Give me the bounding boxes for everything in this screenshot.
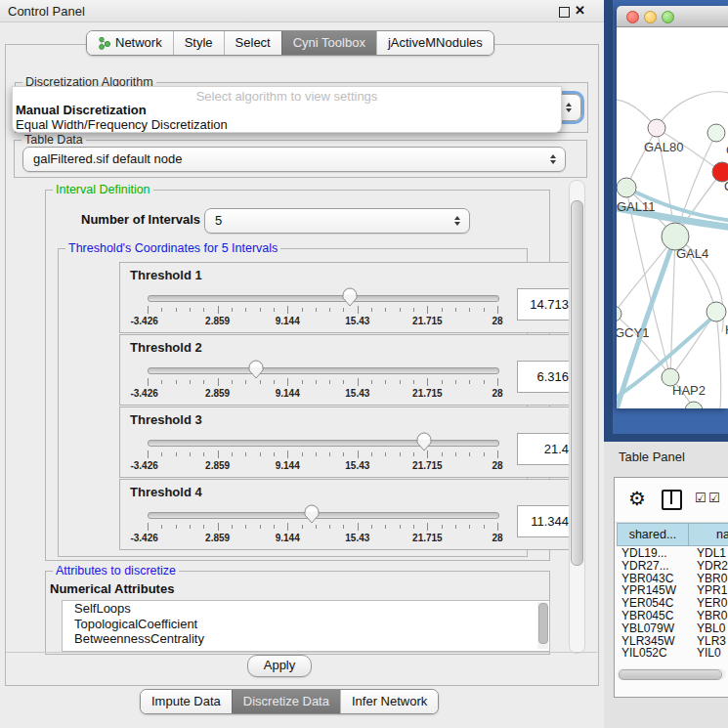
table-data-group: Table Data galFiltered.sif default node	[14, 140, 587, 178]
table-data-combobox[interactable]: galFiltered.sif default node	[22, 147, 566, 172]
attribute-item[interactable]: SelfLoops	[63, 601, 549, 617]
tab-discretize-data[interactable]: Discretize Data	[232, 690, 340, 713]
tick-label: 2.859	[205, 316, 230, 326]
scrollbar-thumb[interactable]	[571, 200, 583, 566]
threshold-slider[interactable]: -3.4262.8599.14415.4321.71528	[148, 407, 497, 477]
threshold-slider[interactable]: -3.4262.8599.14415.4321.71528	[148, 263, 497, 332]
tick-label: -3.426	[130, 316, 157, 326]
threshold-value-field[interactable]: 6.316	[517, 361, 576, 393]
attributes-group: Attributes to discretize Numerical Attri…	[45, 571, 550, 655]
tab-impute-data[interactable]: Impute Data	[141, 690, 232, 713]
interval-definition-title: Interval Definition	[53, 183, 153, 196]
table-row[interactable]: YER054CYER0	[617, 597, 728, 610]
tab-label: Network	[115, 31, 162, 55]
threshold-value-field[interactable]: 14.713	[517, 288, 576, 321]
apply-button[interactable]: Apply	[247, 655, 312, 677]
cell-shared-name: YLR345W	[617, 635, 694, 648]
threshold-value-field[interactable]: 11.344	[517, 505, 576, 537]
tick-label: 21.715	[412, 533, 443, 543]
float-panel-icon[interactable]	[559, 7, 570, 18]
table-panel: ⚙ ☑ ☑ shared... na YDL19...YDL1YDR27...Y…	[614, 477, 728, 698]
network-canvas[interactable]: GAL80GCGAL11GAL4GCY1HHAP2	[617, 27, 728, 408]
minimize-window-icon[interactable]	[644, 11, 657, 23]
thresholds-group: Threshold's Coordinates for 5 Intervals …	[58, 248, 528, 557]
threshold-slider[interactable]: -3.4262.8599.14415.4321.71528	[148, 480, 497, 549]
cell-shared-name: YPR145W	[617, 584, 694, 597]
columns-icon[interactable]	[662, 490, 682, 510]
table-row[interactable]: YDR27...YDR2	[617, 560, 728, 573]
table-hscrollbar[interactable]	[617, 668, 726, 680]
attribute-item[interactable]: BetweennessCentrality	[63, 631, 549, 647]
gear-icon[interactable]: ⚙	[628, 487, 646, 510]
attributes-listbox[interactable]: SelfLoopsTopologicalCoefficientBetweenne…	[62, 600, 550, 652]
table-row[interactable]: YLR345WYLR3	[617, 635, 728, 648]
checkbox-icon[interactable]: ☑	[695, 491, 707, 505]
column-header-name[interactable]: na	[689, 523, 728, 546]
table-panel-title: Table Panel	[619, 450, 685, 464]
checkbox-icon[interactable]: ☑	[708, 491, 720, 505]
network-node[interactable]	[648, 119, 665, 137]
tab-label: jActiveMNodules	[388, 31, 483, 55]
table-row[interactable]: YBR043CYBR0	[617, 573, 728, 585]
network-edge[interactable]	[657, 92, 728, 128]
slider-thumb[interactable]	[415, 432, 433, 452]
tick-label: 2.859	[205, 533, 230, 543]
table-row[interactable]: YPR145WYPR1	[617, 584, 728, 597]
network-node-label: GAL11	[617, 199, 656, 214]
attribute-item[interactable]: TopologicalCoefficient	[63, 617, 549, 632]
threshold-value-field[interactable]: 21.4	[517, 433, 576, 465]
column-header-shared-name[interactable]: shared...	[617, 523, 689, 546]
cell-shared-name: YDR27...	[617, 560, 694, 573]
number-of-intervals-combobox[interactable]: 5	[204, 208, 470, 234]
close-window-icon[interactable]	[626, 11, 639, 23]
algorithm-option[interactable]: Manual Discretization	[13, 103, 561, 117]
list-scrollbar-thumb[interactable]	[538, 603, 548, 644]
cell-shared-name: YDL19...	[617, 547, 694, 560]
control-panel-titlebar: Control Panel ✕	[0, 0, 604, 22]
list-scrollbar[interactable]	[537, 602, 548, 649]
network-node[interactable]	[707, 302, 726, 321]
slider-ticks	[148, 450, 497, 459]
table-row[interactable]: YBR045CYBR0	[617, 610, 728, 622]
tab-jactivemnodules[interactable]: jActiveMNodules	[376, 31, 493, 55]
attributes-group-title: Attributes to discretize	[53, 564, 179, 578]
slider-track	[148, 295, 499, 302]
tab-select[interactable]: Select	[224, 31, 281, 55]
tab-style[interactable]: Style	[173, 31, 224, 55]
table-toolbar: ⚙ ☑ ☑	[615, 478, 728, 523]
cell-shared-name: YBR045C	[617, 610, 694, 622]
network-window-titlebar[interactable]	[617, 6, 728, 27]
tab-network[interactable]: Network	[87, 31, 173, 55]
network-node[interactable]	[707, 124, 725, 142]
bottom-divider	[6, 652, 597, 653]
tab-label: Infer Network	[352, 690, 427, 713]
algorithm-placeholder: Select algorithm to view settings	[13, 89, 561, 103]
close-panel-icon[interactable]: ✕	[575, 3, 585, 18]
cell-name: YER0	[694, 597, 728, 610]
slider-tick-labels: -3.4262.8599.14415.4321.71528	[148, 316, 497, 327]
control-panel: Control Panel ✕ NetworkStyleSelectCyni T…	[0, 0, 604, 728]
cell-name: YBR0	[694, 573, 728, 585]
slider-thumb[interactable]	[247, 360, 265, 380]
slider-thumb[interactable]	[341, 287, 359, 308]
slider-tick-labels: -3.4262.8599.14415.4321.71528	[148, 533, 497, 544]
table-row[interactable]: YIL052CYIL0	[617, 647, 728, 660]
settings-scrollbar[interactable]	[569, 180, 585, 654]
tab-infer-network[interactable]: Infer Network	[340, 690, 438, 713]
table-row[interactable]: YBL079WYBL0	[617, 622, 728, 635]
table-row[interactable]: YDL19...YDL1	[617, 547, 728, 560]
tick-label: 28	[492, 460, 502, 471]
tick-label: 9.144	[276, 316, 300, 326]
zoom-window-icon[interactable]	[662, 11, 674, 23]
table-data-group-title: Table Data	[21, 133, 86, 147]
threshold-slider[interactable]: -3.4262.8599.14415.4321.71528	[148, 335, 497, 405]
hscrollbar-thumb[interactable]	[619, 669, 722, 680]
network-node[interactable]	[617, 178, 636, 197]
network-edge[interactable]	[716, 312, 721, 408]
network-node[interactable]	[685, 402, 703, 408]
cell-name: YIL0	[694, 647, 728, 660]
tab-cyni-toolbox[interactable]: Cyni Toolbox	[281, 31, 376, 55]
algorithm-option[interactable]: Equal Width/Frequency Discretization	[13, 117, 561, 132]
slider-thumb[interactable]	[303, 504, 321, 525]
network-edge[interactable]	[617, 236, 675, 314]
